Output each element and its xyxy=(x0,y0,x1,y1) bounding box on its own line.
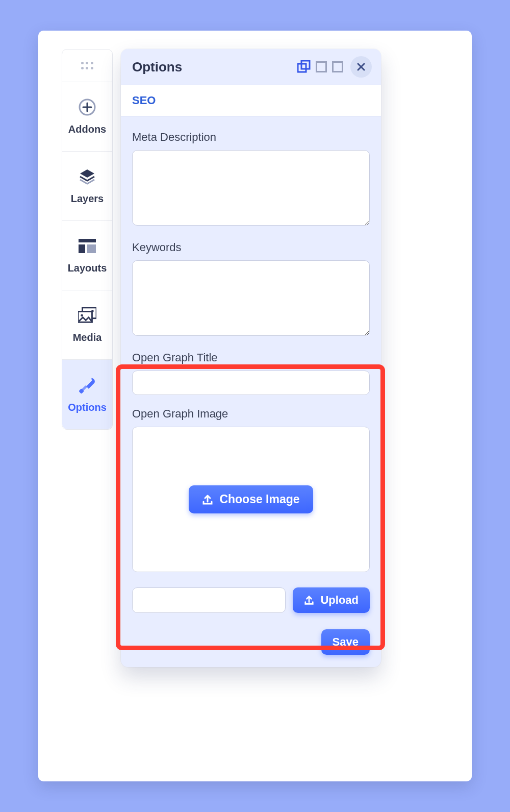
keywords-input[interactable] xyxy=(132,260,370,336)
og-title-label: Open Graph Title xyxy=(132,351,370,364)
meta-description-input[interactable] xyxy=(132,150,370,226)
keywords-label: Keywords xyxy=(132,241,370,254)
panel-layout-square-icon xyxy=(316,61,327,72)
panel-layout-stacked-icon xyxy=(297,60,311,73)
media-icon xyxy=(78,306,96,325)
tab-bar: SEO xyxy=(121,85,381,116)
sidebar-item-label: Addons xyxy=(68,124,106,135)
upload-button[interactable]: Upload xyxy=(293,587,370,613)
close-icon xyxy=(356,62,366,71)
sidebar-item-label: Options xyxy=(68,402,107,413)
layers-icon xyxy=(78,167,96,186)
options-panel: Options SEO Me xyxy=(121,49,381,667)
upload-row: Upload xyxy=(132,584,370,613)
sidebar-item-media[interactable]: Media xyxy=(62,290,112,360)
sidebar: Addons Layers Layouts Media xyxy=(62,49,113,430)
svg-point-7 xyxy=(81,314,83,317)
sidebar-item-label: Layers xyxy=(71,193,104,205)
og-image-dropzone[interactable]: Choose Image xyxy=(132,427,370,572)
tab-seo[interactable]: SEO xyxy=(132,85,156,116)
close-button[interactable] xyxy=(350,56,372,78)
panel-title: Options xyxy=(132,59,182,75)
panel-footer: Save xyxy=(121,618,381,667)
upload-path-input[interactable] xyxy=(132,587,286,613)
svg-rect-3 xyxy=(87,244,96,253)
sidebar-item-label: Layouts xyxy=(68,262,107,274)
layouts-icon xyxy=(78,237,96,255)
plus-circle-icon xyxy=(78,98,96,116)
og-title-input[interactable] xyxy=(132,371,370,395)
svg-rect-1 xyxy=(79,239,96,242)
sidebar-drag-handle[interactable] xyxy=(62,50,112,82)
save-label: Save xyxy=(333,635,359,649)
sidebar-item-layers[interactable]: Layers xyxy=(62,152,112,221)
upload-icon xyxy=(304,595,314,605)
panel-layout-toggle[interactable] xyxy=(297,60,343,73)
sidebar-item-options[interactable]: Options xyxy=(62,360,112,429)
upload-label: Upload xyxy=(320,594,359,607)
svg-rect-2 xyxy=(79,244,85,253)
og-image-label: Open Graph Image xyxy=(132,407,370,421)
meta-description-label: Meta Description xyxy=(132,131,370,144)
upload-icon xyxy=(202,494,213,505)
sidebar-item-addons[interactable]: Addons xyxy=(62,82,112,152)
panel-layout-square-icon xyxy=(332,61,343,72)
tools-icon xyxy=(78,376,96,395)
field-meta-description: Meta Description xyxy=(132,131,370,229)
app-canvas: Addons Layers Layouts Media xyxy=(38,31,472,781)
drag-dots-icon xyxy=(81,62,93,70)
save-button[interactable]: Save xyxy=(321,629,370,655)
field-keywords: Keywords xyxy=(132,241,370,339)
choose-image-label: Choose Image xyxy=(219,493,299,506)
panel-header-actions xyxy=(297,56,372,78)
panel-header: Options xyxy=(121,49,381,85)
sidebar-item-label: Media xyxy=(73,332,102,343)
sidebar-item-layouts[interactable]: Layouts xyxy=(62,221,112,290)
field-og-image: Open Graph Image Choose Image xyxy=(132,407,370,572)
field-og-title: Open Graph Title xyxy=(132,351,370,395)
panel-body: Meta Description Keywords Open Graph Tit… xyxy=(121,116,381,618)
choose-image-button[interactable]: Choose Image xyxy=(189,485,313,513)
